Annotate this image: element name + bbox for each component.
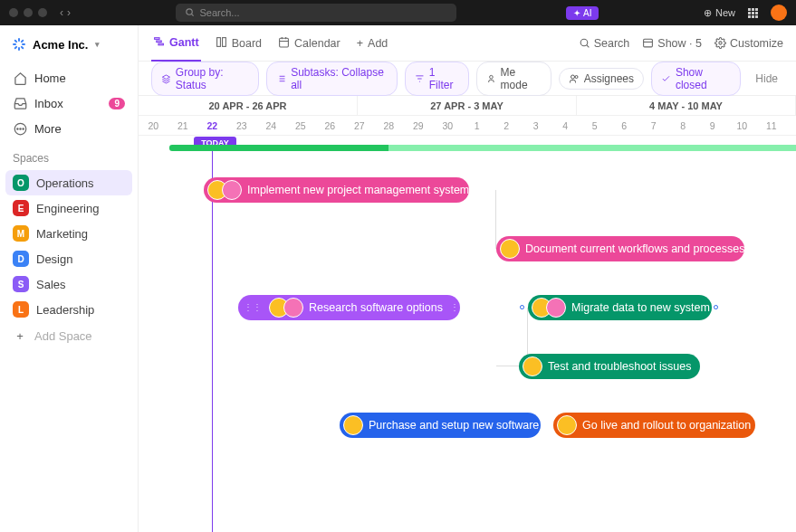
day-cell[interactable]: 23 — [227, 116, 257, 135]
task-area: Implement new project management systemD… — [139, 159, 796, 532]
task-bar[interactable]: Purchase and setup new software — [340, 413, 541, 438]
svg-point-3 — [19, 128, 20, 128]
svg-point-13 — [719, 42, 722, 44]
task-assignees — [343, 415, 363, 435]
add-space-button[interactable]: + Add Space — [5, 322, 132, 349]
day-cell[interactable]: 4 — [551, 116, 580, 135]
day-cell[interactable]: 10 — [727, 116, 757, 135]
workspace-picker[interactable]: Acme Inc. ▾ — [5, 33, 132, 56]
spaces-heading: Spaces — [5, 141, 132, 170]
search-bar[interactable]: Search... — [176, 4, 456, 22]
group-by-chip[interactable]: Group by: Status — [151, 62, 259, 96]
day-cell[interactable]: 27 — [345, 116, 375, 135]
space-item-sales[interactable]: SSales — [5, 271, 132, 297]
subtasks-chip[interactable]: Subtasks: Collapse all — [266, 62, 398, 96]
task-label: Purchase and setup new software — [369, 419, 539, 432]
svg-rect-9 — [222, 37, 225, 46]
drag-handle-icon[interactable]: ⋮⋮ — [242, 303, 264, 312]
nav-home[interactable]: Home — [5, 65, 132, 90]
day-cell[interactable]: 28 — [374, 116, 404, 135]
svg-rect-5 — [155, 37, 159, 39]
day-cell[interactable]: 11 — [757, 116, 787, 135]
customize-action[interactable]: Customize — [714, 37, 783, 50]
space-label: Engineering — [36, 202, 99, 215]
task-bar[interactable]: Document current workflows and processes — [496, 236, 744, 261]
day-cell[interactable]: 20 — [139, 116, 168, 135]
task-bar[interactable]: Test and troubleshoot issues — [519, 354, 700, 379]
apps-icon[interactable] — [748, 8, 758, 18]
space-item-design[interactable]: DDesign — [5, 246, 132, 271]
plus-circle-icon: ⊕ — [704, 7, 712, 19]
day-cell[interactable]: 24 — [256, 116, 286, 135]
back-button[interactable]: ‹ — [60, 6, 63, 19]
day-cell[interactable]: 3 — [522, 116, 551, 135]
plus-icon: + — [357, 37, 363, 50]
day-cell[interactable]: 21 — [168, 116, 198, 135]
day-cell[interactable]: 22 — [197, 116, 227, 135]
search-placeholder: Search... — [200, 7, 240, 18]
search-action[interactable]: Search — [579, 37, 630, 50]
forward-button[interactable]: › — [67, 6, 71, 19]
task-bar[interactable]: Implement new project management system — [204, 177, 469, 203]
task-bar[interactable]: Migrate data to new system — [528, 295, 712, 320]
show-closed-chip[interactable]: Show closed — [651, 62, 741, 96]
add-view-button[interactable]: + Add — [355, 27, 390, 60]
svg-rect-7 — [158, 43, 163, 45]
filter-bar: Group by: Status Subtasks: Collapse all … — [139, 62, 796, 96]
week-range: 4 MAY - 10 MAY — [577, 96, 796, 115]
day-cell[interactable]: 29 — [404, 116, 434, 135]
assignees-chip[interactable]: Assignees — [559, 68, 644, 90]
titlebar: ‹ › Search... ✦ AI ⊕ New — [0, 0, 796, 25]
hide-button[interactable]: Hide — [755, 72, 778, 85]
ai-button[interactable]: ✦ AI — [566, 6, 599, 20]
day-cell[interactable]: 8 — [668, 116, 698, 135]
space-item-leadership[interactable]: LLeadership — [5, 297, 132, 322]
task-bar[interactable]: Go live and rollout to organization — [553, 413, 755, 438]
nav-more[interactable]: More — [5, 116, 132, 141]
space-label: Sales — [36, 278, 66, 291]
space-item-marketing[interactable]: MMarketing — [5, 221, 132, 246]
task-label: Document current workflows and processes — [525, 242, 744, 255]
day-cell[interactable]: 9 — [698, 116, 728, 135]
nav-inbox[interactable]: Inbox 9 — [5, 90, 132, 116]
tab-calendar[interactable]: Calendar — [276, 25, 342, 62]
task-assignees — [523, 356, 542, 376]
task-label: Test and troubleshoot issues — [548, 360, 691, 373]
space-label: Operations — [36, 176, 94, 190]
day-cell[interactable]: 2 — [492, 116, 522, 135]
overall-progress — [169, 145, 796, 151]
day-cell[interactable]: 25 — [286, 116, 316, 135]
avatar — [500, 239, 520, 259]
avatar — [343, 415, 363, 435]
window-controls[interactable] — [9, 8, 47, 17]
avatar — [557, 415, 577, 435]
new-button[interactable]: ⊕ New — [704, 7, 735, 19]
drag-handle-icon[interactable]: ⋮⋮ — [448, 303, 470, 312]
day-cell[interactable]: 26 — [315, 116, 345, 135]
day-cell[interactable]: 6 — [609, 116, 639, 135]
svg-point-11 — [580, 39, 588, 46]
day-cell[interactable]: 1 — [463, 116, 493, 135]
avatar — [283, 298, 303, 318]
tab-gantt[interactable]: Gantt — [151, 25, 201, 62]
search-icon — [185, 7, 195, 19]
day-cell[interactable]: 5 — [580, 116, 610, 135]
chevron-down-icon: ▾ — [95, 40, 100, 49]
me-mode-chip[interactable]: Me mode — [476, 62, 551, 96]
avatar — [546, 298, 566, 318]
show-action[interactable]: Show · 5 — [642, 37, 702, 50]
tab-board[interactable]: Board — [214, 25, 264, 62]
avatar — [523, 356, 542, 376]
user-avatar[interactable] — [771, 5, 787, 21]
filter-chip[interactable]: 1 Filter — [405, 62, 469, 96]
space-item-engineering[interactable]: EEngineering — [5, 195, 132, 221]
task-bar[interactable]: ⋮⋮Research software options⋮⋮ — [238, 295, 460, 320]
ai-sparkle-icon: ✦ — [573, 8, 580, 18]
space-icon: S — [13, 276, 29, 292]
svg-rect-8 — [216, 37, 220, 46]
task-assignees — [532, 298, 566, 318]
space-item-operations[interactable]: OOperations — [5, 170, 132, 195]
day-cell[interactable]: 30 — [433, 116, 463, 135]
day-cell[interactable]: 7 — [639, 116, 669, 135]
home-icon — [13, 71, 27, 85]
